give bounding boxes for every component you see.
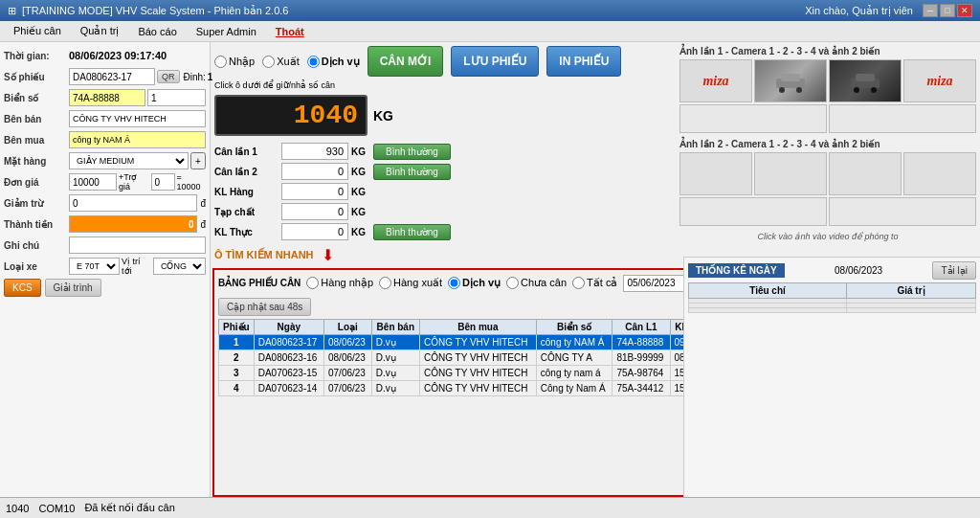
tap-chat-input[interactable]	[281, 203, 348, 220]
tai-lai-button[interactable]: Tải lại	[932, 261, 976, 280]
ben-mua-input[interactable]	[69, 131, 206, 148]
greeting: Xin chào, Quản trị viên	[805, 5, 913, 17]
can-moi-button[interactable]: CÂN MỚI	[368, 46, 444, 77]
table-cell: công ty NAM Á	[536, 335, 612, 350]
svg-rect-5	[856, 74, 875, 81]
table-cell: 08/06/23	[324, 350, 372, 366]
right-panel: Ảnh lần 1 - Camera 1 - 2 - 3 - 4 và ảnh …	[679, 46, 976, 264]
cam1-thumb4[interactable]: miza	[903, 59, 976, 102]
vi-tri-toi-label: Vị trí tới	[122, 257, 151, 276]
row-num: 1	[219, 335, 255, 350]
cam2-thumb3[interactable]	[829, 152, 902, 195]
svg-rect-1	[781, 74, 800, 81]
filter-hang-xuat[interactable]: Hàng xuất	[379, 277, 442, 289]
can-lan-1-unit: KG	[351, 146, 366, 157]
left-panel: Thời gian: 08/06/2023 09:17:40 Số phiếu …	[0, 42, 211, 497]
col-ngay: Ngày	[254, 320, 323, 335]
filter-chua-can[interactable]: Chưa cân	[506, 277, 567, 289]
camera1-title: Ảnh lần 1 - Camera 1 - 2 - 3 - 4 và ảnh …	[679, 46, 976, 56]
so-phieu-input[interactable]	[69, 68, 155, 85]
cam2-thumb2[interactable]	[754, 152, 827, 195]
stats-row-3-b	[847, 308, 976, 313]
mat-hang-label: Mặt hàng	[4, 156, 69, 167]
col-phieu: Phiếu	[219, 320, 255, 335]
click-video-note: Click vào ảnh vào video để phóng to	[679, 232, 976, 241]
svg-point-7	[871, 87, 877, 93]
don-gia-input[interactable]	[69, 173, 117, 191]
qr-button[interactable]: QR	[157, 70, 180, 83]
menu-phieu-can[interactable]: Phiếu cân	[4, 23, 71, 39]
cam1-thumb2[interactable]	[754, 59, 827, 102]
table-cell: DA070623-14	[254, 381, 323, 396]
vi-tri-toi-select[interactable]: CỔNG 3	[153, 258, 206, 275]
table-cell: 81B-99999	[612, 350, 670, 366]
menu-super-admin[interactable]: Super Admin	[187, 24, 266, 39]
cam2-extra2[interactable]	[829, 197, 976, 226]
kcs-button[interactable]: KCS	[4, 279, 41, 297]
can-lan-2-input[interactable]	[281, 163, 348, 180]
mat-hang-select[interactable]: GIẤY MEDIUM	[69, 152, 189, 169]
col-loai: Loại	[324, 320, 372, 335]
cam2-thumb4[interactable]	[903, 152, 976, 195]
table-cell: D.vụ	[371, 335, 419, 350]
filter-hang-nhap[interactable]: Hàng nhập	[306, 277, 373, 289]
table-cell: CÔNG TY A	[536, 350, 612, 366]
loai-xe-select[interactable]: E 70T	[69, 258, 120, 275]
luu-phieu-button[interactable]: LƯU PHIẾU	[451, 46, 539, 77]
status-btn-1[interactable]: Bình thường	[373, 144, 451, 160]
kl-hang-input[interactable]	[281, 183, 348, 200]
thoi-gian-label: Thời gian:	[4, 51, 69, 61]
loai-xe-label: Loại xe	[4, 261, 69, 272]
stats-row-3-a	[689, 308, 847, 313]
row-num: 2	[219, 350, 255, 366]
don-gia-label: Đơn giá	[4, 177, 69, 188]
menu-thoat[interactable]: Thoát	[266, 24, 314, 39]
cam2-thumb1[interactable]	[679, 152, 752, 195]
cam1-extra2[interactable]	[829, 104, 976, 133]
status-btn-3[interactable]: Bình thường	[373, 224, 451, 240]
maximize-btn[interactable]: □	[940, 4, 955, 17]
tro-gia-input[interactable]	[151, 173, 175, 191]
svg-point-3	[796, 87, 802, 93]
menu-quan-tri[interactable]: Quản trị	[71, 23, 129, 39]
cam1-thumb3[interactable]	[829, 59, 902, 102]
cam1-thumb1[interactable]: miza	[679, 59, 752, 102]
click-note: Click ô dưới để giữ/nhả số cân	[214, 80, 674, 90]
cam1-extra1[interactable]	[679, 104, 827, 133]
close-btn[interactable]: ✕	[957, 4, 972, 17]
table-cell: 74A-88888	[612, 335, 670, 350]
dinh-input[interactable]	[147, 89, 206, 106]
cam2-extra1[interactable]	[679, 197, 827, 226]
giai-trinh-button[interactable]: Giải trình	[45, 279, 101, 297]
radio-nhap[interactable]: Nhập	[214, 56, 255, 68]
kl-thuc-input[interactable]	[281, 223, 348, 240]
minimize-btn[interactable]: ─	[923, 4, 938, 17]
stats-col-2: Giá trị	[847, 283, 976, 299]
ghi-chu-input[interactable]	[69, 236, 206, 254]
mat-hang-add-btn[interactable]: +	[190, 152, 206, 169]
table-cell: CÔNG TY VHV HITECH	[419, 335, 536, 350]
table-cell: DA070623-15	[254, 366, 323, 381]
giam-tru-input[interactable]	[69, 194, 197, 212]
filter-tat-ca[interactable]: Tất cả	[572, 277, 617, 289]
status-btn-2[interactable]: Bình thường	[373, 164, 451, 180]
filter-dich-vu[interactable]: Dịch vụ	[448, 277, 501, 289]
thanh-tien-input[interactable]	[69, 215, 197, 233]
camera2-grid	[679, 152, 976, 195]
search-label: Ô TÌM KIẾM NHANH	[214, 249, 314, 261]
table-cell: CÔNG TY VHV HITECH	[419, 350, 536, 366]
so-phieu-label: Số phiếu	[4, 72, 69, 82]
ben-ban-input[interactable]	[69, 110, 206, 127]
radio-dich-vu[interactable]: Dịch vụ	[307, 56, 360, 68]
can-lan-1-label: Cân lần 1	[214, 146, 281, 157]
radio-xuat[interactable]: Xuất	[262, 56, 300, 68]
table-cell: 75A-98764	[612, 366, 670, 381]
bien-so-input[interactable]	[69, 89, 145, 106]
scale-unit: KG	[373, 108, 393, 124]
in-phieu-button[interactable]: IN PHIẾU	[546, 46, 621, 77]
menu-bao-cao[interactable]: Báo cáo	[128, 24, 186, 39]
cap-nhat-button[interactable]: Cập nhật sau 48s	[218, 298, 311, 316]
can-lan-1-input[interactable]	[281, 143, 348, 160]
app-title: [TRAINING MODE] VHV Scale System - Phiên…	[22, 5, 288, 17]
car-svg2	[846, 69, 884, 93]
